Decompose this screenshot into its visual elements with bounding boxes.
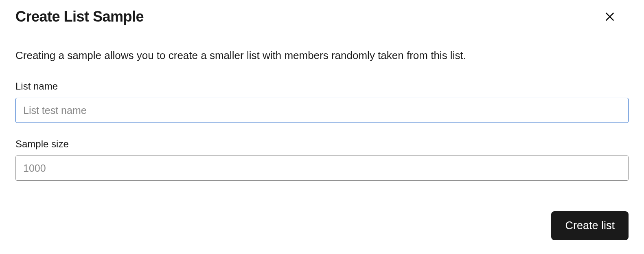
list-name-field-group: List name bbox=[15, 81, 629, 123]
close-icon bbox=[604, 11, 616, 24]
dialog-footer: Create list bbox=[551, 211, 629, 240]
dialog-description: Creating a sample allows you to create a… bbox=[15, 48, 629, 63]
close-button[interactable] bbox=[602, 9, 617, 25]
create-list-button[interactable]: Create list bbox=[551, 211, 629, 240]
sample-size-label: Sample size bbox=[15, 138, 629, 150]
sample-size-input[interactable] bbox=[15, 155, 629, 181]
sample-size-field-group: Sample size bbox=[15, 138, 629, 181]
dialog-title: Create List Sample bbox=[15, 8, 144, 25]
list-name-label: List name bbox=[15, 81, 629, 92]
list-name-input[interactable] bbox=[15, 98, 629, 123]
dialog-header: Create List Sample bbox=[15, 8, 629, 25]
